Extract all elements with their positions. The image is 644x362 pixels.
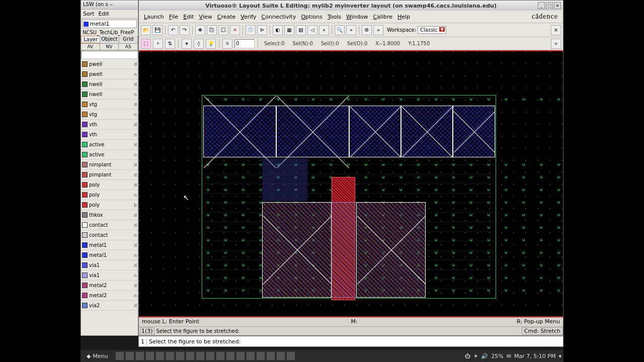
app-icon[interactable] bbox=[226, 351, 235, 360]
info-icon[interactable]: ⓘ bbox=[246, 25, 256, 35]
layer-row-vtg[interactable]: vtgn bbox=[81, 110, 138, 120]
app-icon[interactable] bbox=[125, 351, 134, 360]
battery-label[interactable]: 25% bbox=[491, 353, 503, 359]
layer-row-metal2[interactable]: metal2d bbox=[81, 281, 138, 291]
chevron4-icon[interactable]: » bbox=[551, 39, 561, 49]
tool2-icon[interactable]: ⚬ bbox=[153, 39, 163, 49]
layer-row-vth[interactable]: vthn bbox=[81, 130, 138, 140]
prompt-input[interactable] bbox=[155, 328, 520, 334]
clock[interactable]: Mar 7, 5:10 PM bbox=[514, 353, 556, 359]
misc3-icon[interactable]: ▧ bbox=[296, 25, 306, 35]
menu-verify[interactable]: Verify bbox=[238, 13, 258, 21]
menu-calibre[interactable]: Calibre bbox=[371, 13, 394, 21]
tray-icon[interactable]: ⏻ bbox=[465, 353, 470, 359]
align-icon[interactable]: ⊫ bbox=[257, 25, 267, 35]
misc2-icon[interactable]: ▦ bbox=[284, 25, 294, 35]
bulb-icon[interactable]: 💡 bbox=[206, 39, 216, 49]
layer-row-thkox[interactable]: thkoxd bbox=[81, 210, 138, 220]
app-icon[interactable] bbox=[145, 351, 154, 360]
app-icon[interactable] bbox=[246, 351, 255, 360]
layer-row-vth[interactable]: vthd bbox=[81, 120, 138, 130]
misc-icon[interactable]: ◐ bbox=[273, 25, 283, 35]
select-icon[interactable]: ⬚ bbox=[141, 39, 151, 49]
lsw-tab-layer[interactable]: Layer bbox=[81, 36, 100, 43]
redo-icon[interactable]: ↷ bbox=[180, 25, 190, 35]
maximize-button[interactable]: □ bbox=[546, 2, 553, 9]
contact-box[interactable] bbox=[356, 202, 426, 298]
layer-row-poly[interactable]: polyn bbox=[81, 190, 138, 200]
app-icon[interactable] bbox=[135, 351, 144, 360]
layout-canvas[interactable]: w w w w w w w w w w w w w w w w w w w w … bbox=[139, 50, 563, 317]
layer-row-nwell[interactable]: nwelld bbox=[81, 79, 138, 89]
tool6-icon[interactable]: ⚛ bbox=[222, 39, 232, 49]
menu-options[interactable]: Options bbox=[299, 13, 324, 21]
layer-row-via1[interactable]: via1d bbox=[81, 260, 138, 270]
app-icon[interactable] bbox=[196, 351, 205, 360]
layer-row-contact[interactable]: contactd bbox=[81, 220, 138, 230]
menu-window[interactable]: Window bbox=[344, 13, 370, 21]
layer-row-vtg[interactable]: vtgd bbox=[81, 100, 138, 110]
close-toolbar-icon[interactable]: × bbox=[551, 25, 561, 35]
layer-row-pimplant[interactable]: pimplantd bbox=[81, 170, 138, 180]
app-icon[interactable] bbox=[276, 351, 285, 360]
open-icon[interactable]: 📂 bbox=[141, 25, 151, 35]
save-icon[interactable]: 💾 bbox=[152, 25, 163, 35]
layer-row-metal2[interactable]: metal2n bbox=[81, 291, 138, 301]
app-icon[interactable] bbox=[256, 351, 265, 360]
layer-row-metal1[interactable]: metal1n bbox=[81, 250, 138, 260]
av-button[interactable]: AV bbox=[81, 44, 100, 50]
lsw-tab-object[interactable]: Object bbox=[100, 36, 119, 43]
minimize-button[interactable]: _ bbox=[538, 2, 545, 9]
tray-icon[interactable]: 🔊 bbox=[481, 353, 488, 359]
menu-view[interactable]: View bbox=[197, 13, 214, 21]
ciw-window[interactable]: 1 Select the figure to be stretched: bbox=[138, 336, 564, 347]
tool3-icon[interactable]: ⇅ bbox=[165, 39, 175, 49]
contact-box[interactable] bbox=[349, 106, 401, 157]
current-layer[interactable]: metal1 bbox=[82, 20, 137, 28]
close-button[interactable]: × bbox=[554, 2, 561, 9]
layer-row-pwell[interactable]: pwelln bbox=[81, 69, 138, 79]
tray-icon[interactable]: ▾ bbox=[558, 353, 561, 359]
layer-row-active[interactable]: actived bbox=[81, 140, 138, 150]
layer-row-poly[interactable]: polyd bbox=[81, 180, 138, 190]
layer-row-metal1[interactable]: metal1d bbox=[81, 240, 138, 250]
contact-box[interactable] bbox=[203, 106, 276, 157]
app-icon[interactable] bbox=[236, 351, 245, 360]
misc5-icon[interactable]: ⚙ bbox=[362, 25, 372, 35]
menu-launch[interactable]: Launch bbox=[142, 13, 166, 21]
menu-help[interactable]: Help bbox=[395, 13, 412, 21]
undo-icon[interactable]: ↶ bbox=[168, 25, 178, 35]
layer-list[interactable]: pwelldpwellnnwelldnwellnvtgdvtgnvthdvthn… bbox=[81, 59, 138, 329]
layer-row-contact[interactable]: contactn bbox=[81, 230, 138, 240]
layer-row-nimplant[interactable]: nimplantd bbox=[81, 160, 138, 170]
menu-create[interactable]: Create bbox=[215, 13, 238, 21]
menu-edit[interactable]: Edit bbox=[181, 13, 196, 21]
layer-row-nwell[interactable]: nwelln bbox=[81, 89, 138, 100]
menu-connectivity[interactable]: Connectivity bbox=[260, 13, 298, 21]
stretch-icon[interactable]: ⿴ bbox=[218, 25, 228, 35]
chevron-icon[interactable]: » bbox=[319, 25, 329, 35]
layer-filter-input[interactable] bbox=[81, 51, 138, 59]
copy-icon[interactable]: ⿻ bbox=[207, 25, 217, 35]
layer-row-active[interactable]: activen bbox=[81, 150, 138, 160]
app-icon[interactable] bbox=[266, 351, 275, 360]
app-icon[interactable] bbox=[216, 351, 225, 360]
delete-icon[interactable]: ✕ bbox=[230, 25, 240, 35]
menu-file[interactable]: File bbox=[167, 13, 180, 21]
menu-tools[interactable]: Tools bbox=[326, 13, 343, 21]
chevron3-icon[interactable]: » bbox=[373, 25, 383, 35]
chevron2-icon[interactable]: » bbox=[346, 25, 356, 35]
app-icon[interactable] bbox=[186, 351, 195, 360]
layer-row-pwell[interactable]: pwelld bbox=[81, 59, 138, 69]
app-icon[interactable] bbox=[206, 351, 215, 360]
contact-box[interactable] bbox=[276, 106, 349, 157]
tool4-icon[interactable]: ▾ bbox=[182, 39, 192, 49]
app-icon[interactable] bbox=[176, 351, 185, 360]
tray-icon[interactable]: ✉ bbox=[507, 353, 511, 359]
layer-row-via2[interactable]: via2d bbox=[81, 301, 138, 311]
lsw-tab-grid[interactable]: Grid bbox=[119, 36, 138, 43]
layer-row-poly[interactable]: polyb bbox=[81, 200, 138, 210]
move-icon[interactable]: ✥ bbox=[195, 25, 205, 35]
snap-input[interactable] bbox=[234, 39, 255, 48]
contact-box[interactable] bbox=[453, 106, 495, 157]
